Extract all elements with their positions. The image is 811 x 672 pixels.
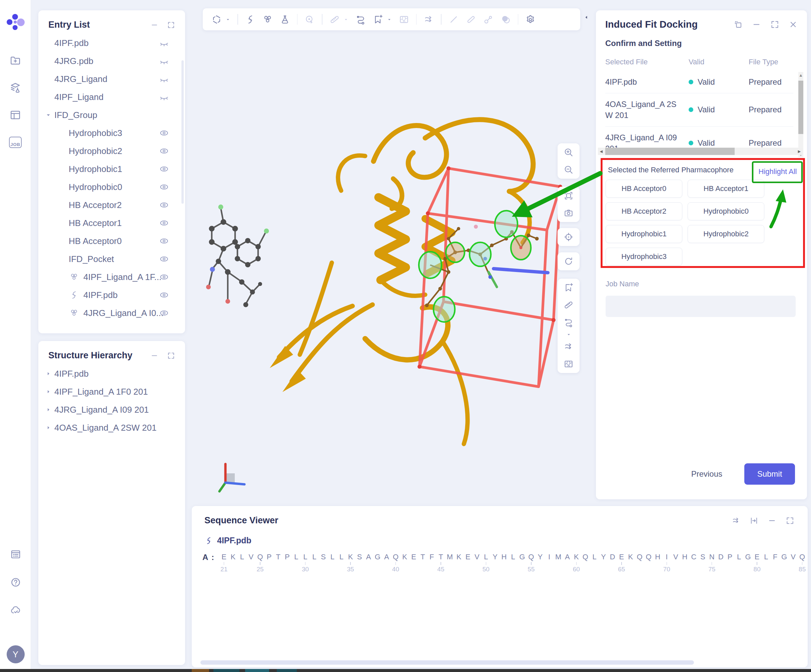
visibility-toggle-icon[interactable] (159, 200, 169, 210)
visibility-toggle-icon[interactable] (159, 308, 169, 318)
align-icon[interactable] (750, 516, 758, 525)
residue-cell[interactable]: L (590, 552, 599, 574)
pharmacophore-button[interactable]: Hydrophobic0 (688, 202, 764, 220)
residue-cell[interactable]: I (545, 552, 553, 574)
minimize-icon[interactable] (768, 516, 776, 525)
residue-cell[interactable]: L (509, 552, 517, 574)
hierarchy-item[interactable]: 4OAS_Ligand_A 2SW 201 (38, 419, 185, 437)
close-icon[interactable] (789, 20, 797, 29)
table-row[interactable]: 4IPF.pdbValidPrepared (605, 71, 793, 93)
tool-caret-icon[interactable] (343, 17, 348, 22)
residue-cell[interactable]: G (517, 552, 526, 574)
visibility-toggle-icon[interactable] (159, 92, 169, 102)
tool-caret-icon[interactable] (387, 17, 392, 22)
residue-cell[interactable]: H (500, 552, 509, 574)
tool-path-icon[interactable] (355, 14, 366, 25)
tool-target-icon[interactable] (304, 14, 315, 25)
viewport-3d[interactable] (192, 5, 594, 502)
residue-cell[interactable]: A (563, 552, 572, 574)
visibility-toggle-icon[interactable] (159, 218, 169, 228)
entry-list-item[interactable]: Hydrophobic1 (38, 160, 185, 178)
entry-list-item[interactable]: 4IPF.pdb (38, 286, 185, 304)
viewer-bookmark-add-icon[interactable] (563, 283, 573, 293)
residue-cell[interactable]: V (671, 552, 680, 574)
residue-cell[interactable]: K (400, 552, 409, 574)
entry-list-item[interactable]: 4JRG.pdb (38, 52, 185, 70)
entry-list-item[interactable]: Hydrophobic0 (38, 178, 185, 196)
scroll-up-icon[interactable]: ▲ (798, 72, 803, 78)
previous-button[interactable]: Previous (691, 469, 722, 479)
entry-list-item[interactable]: 4IPF_Ligand (38, 88, 185, 106)
sidebar-library-icon[interactable] (8, 81, 22, 95)
viewer-ruler-icon[interactable] (563, 300, 573, 310)
visibility-toggle-icon[interactable] (159, 236, 169, 246)
residue-cell[interactable]: V (789, 552, 797, 574)
residue-cell[interactable]: Q25 (255, 552, 265, 574)
residue-cell[interactable]: Q (581, 552, 590, 574)
visibility-toggle-icon[interactable] (159, 272, 169, 282)
residue-cell[interactable]: P (725, 552, 734, 574)
tool-map-icon[interactable] (399, 14, 409, 25)
residue-cell[interactable]: E80 (753, 552, 762, 574)
residue-cell[interactable]: T (418, 552, 427, 574)
tool-flask-icon[interactable] (280, 14, 290, 25)
expand-icon[interactable] (786, 516, 794, 525)
residue-cell[interactable]: N75 (707, 552, 716, 574)
visibility-toggle-icon[interactable] (159, 74, 169, 84)
tool-bookmark-add-icon[interactable] (373, 14, 383, 25)
entry-list-item[interactable]: HB Acceptor1 (38, 214, 185, 232)
residue-cell[interactable]: Y (490, 552, 500, 574)
table-horizontal-scrollbar[interactable]: ◄ ► (598, 148, 803, 155)
residue-cell[interactable]: L (292, 552, 301, 574)
viewer-zoom-out-icon[interactable] (563, 165, 573, 175)
expand-icon[interactable] (167, 352, 175, 360)
residue-cell[interactable]: C (689, 552, 698, 574)
residue-cell[interactable]: H (653, 552, 662, 574)
entry-list-item[interactable]: Hydrophobic2 (38, 142, 185, 160)
expander-right-icon[interactable] (45, 424, 52, 431)
tool-stick-icon[interactable] (466, 14, 476, 25)
restore-window-icon[interactable] (734, 20, 743, 29)
entry-list-item[interactable]: Hydrophobic3 (38, 124, 185, 142)
minimize-icon[interactable] (150, 21, 158, 29)
residue-cell[interactable]: G (744, 552, 753, 574)
residue-cell[interactable]: D (608, 552, 617, 574)
sidebar-cloud-sync-icon[interactable] (8, 603, 23, 617)
residue-cell[interactable]: E65 (617, 552, 626, 574)
pharmacophore-button[interactable]: Hydrophobic1 (606, 225, 682, 243)
residue-cell[interactable]: Q85 (797, 552, 807, 574)
visibility-toggle-icon[interactable] (159, 146, 169, 156)
tool-ruler-icon[interactable] (329, 14, 340, 25)
hierarchy-item[interactable]: 4IPF.pdb (38, 365, 185, 383)
viewer-fit-icon[interactable] (563, 191, 573, 201)
residue-cell[interactable]: K35 (346, 552, 355, 574)
visibility-toggle-icon[interactable] (159, 290, 169, 300)
entry-list-item[interactable]: IFD_Group (38, 106, 185, 124)
highlight-all-link[interactable]: Highlight All (753, 163, 802, 180)
residue-cell[interactable]: F (427, 552, 436, 574)
residue-cell[interactable]: G (780, 552, 789, 574)
residue-cell[interactable]: P (265, 552, 274, 574)
residue-cell[interactable]: Q (635, 552, 644, 574)
scroll-right-icon[interactable]: ► (796, 149, 803, 154)
sidebar-task-list-icon[interactable] (8, 547, 23, 561)
job-name-input[interactable] (606, 296, 796, 317)
pharmacophore-button[interactable]: HB Acceptor2 (606, 202, 682, 220)
pharmacophore-button[interactable]: HB Acceptor0 (606, 179, 682, 198)
expander-right-icon[interactable] (45, 388, 52, 395)
residue-cell[interactable]: L (310, 552, 319, 574)
entry-list-item[interactable]: 4IPF_Ligand_A 1F... (38, 268, 185, 286)
residue-cell[interactable]: L50 (482, 552, 490, 574)
visibility-toggle-icon[interactable] (159, 128, 169, 138)
residue-cell[interactable]: I70 (662, 552, 671, 574)
sidebar-layout-icon[interactable] (8, 108, 22, 122)
residue-cell[interactable]: A (364, 552, 373, 574)
viewer-swap-icon[interactable] (563, 342, 573, 352)
visibility-toggle-icon[interactable] (159, 164, 169, 174)
entry-list-item[interactable]: IFD_Pocket (38, 250, 185, 268)
scroll-left-icon[interactable]: ◄ (598, 149, 605, 154)
minimize-icon[interactable] (752, 20, 761, 29)
residue-cell[interactable]: T45 (436, 552, 445, 574)
tool-swap-icon[interactable] (424, 14, 434, 25)
table-vertical-scrollbar[interactable]: ▲ ▼ (798, 72, 803, 157)
